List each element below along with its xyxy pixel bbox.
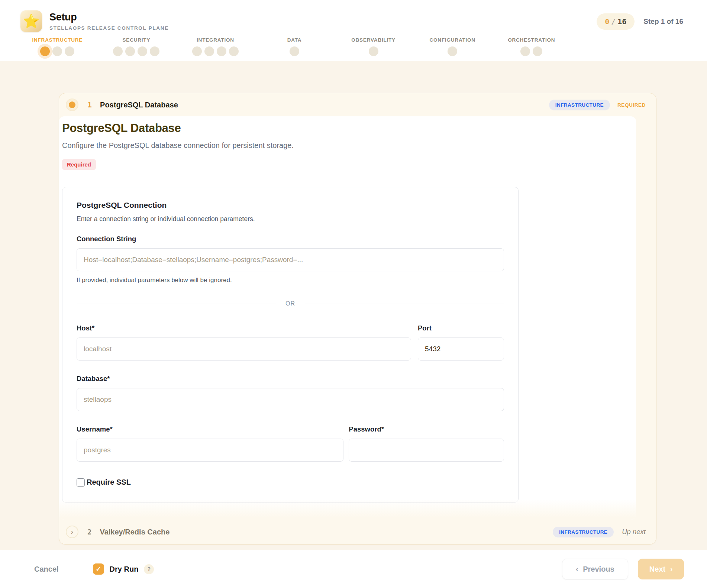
page-title: PostgreSQL Database: [62, 122, 636, 135]
active-step-radio-icon: [66, 98, 78, 111]
username-label: Username*: [77, 425, 343, 433]
brand: ⭐ Setup STELLAOPS RELEASE CONTROL PLANE: [20, 10, 169, 32]
step-dot: [448, 46, 457, 56]
host-input[interactable]: [77, 337, 411, 361]
category-badge: INFRASTRUCTURE: [549, 100, 610, 110]
port-input[interactable]: [418, 337, 504, 361]
step-dot: [290, 46, 299, 56]
connection-string-input[interactable]: [77, 248, 504, 271]
require-ssl-label: Require SSL: [87, 478, 131, 487]
required-badge: REQUIRED: [617, 102, 646, 108]
step-dot: [369, 46, 378, 56]
database-label: Database*: [77, 375, 504, 383]
wizard-footer: Cancel ✓ Dry Run ? ‹ Previous Next ›: [0, 550, 707, 588]
dry-run-checkbox[interactable]: ✓: [93, 563, 104, 575]
progress-badge: 0/16: [597, 13, 635, 30]
category-tab-label: ORCHESTRATION: [508, 37, 555, 43]
category-tab-label: CONFIGURATION: [429, 37, 475, 43]
port-label: Port: [418, 324, 504, 332]
main-area: 1 PostgreSQL Database INFRASTRUCTURE REQ…: [0, 61, 707, 550]
step-dot: [533, 46, 542, 56]
step-dot: [229, 46, 239, 56]
category-tab-label: INTEGRATION: [197, 37, 234, 43]
category-tab-infrastructure[interactable]: INFRASTRUCTURE: [18, 37, 97, 56]
step-dot-active: [40, 46, 50, 56]
category-tab-label: SECURITY: [123, 37, 151, 43]
host-label: Host*: [77, 324, 411, 332]
step-dot: [520, 46, 530, 56]
expand-next-step-chevron-icon[interactable]: ›: [66, 526, 78, 538]
step-dot: [138, 46, 147, 56]
category-tab-label: DATA: [287, 37, 302, 43]
step-indicator: Step 1 of 16: [643, 17, 683, 26]
app-subtitle: STELLAOPS RELEASE CONTROL PLANE: [49, 25, 169, 31]
connection-string-label: Connection String: [77, 235, 504, 243]
step-card: 1 PostgreSQL Database INFRASTRUCTURE REQ…: [59, 93, 656, 545]
category-tab-configuration[interactable]: CONFIGURATION: [413, 37, 492, 56]
connection-string-help: If provided, individual parameters below…: [77, 277, 504, 284]
setup-wizard-page: ⭐ Setup STELLAOPS RELEASE CONTROL PLANE …: [0, 0, 707, 588]
or-divider-label: OR: [285, 300, 295, 307]
form-subtitle: Enter a connection string or individual …: [77, 215, 504, 223]
next-button[interactable]: Next ›: [638, 559, 684, 579]
previous-button[interactable]: ‹ Previous: [562, 559, 628, 579]
check-icon: ✓: [96, 565, 101, 573]
next-step-row[interactable]: › 2 Valkey/Redis Cache INFRASTRUCTURE Up…: [59, 520, 656, 544]
dry-run-label: Dry Run: [110, 565, 139, 574]
form-title: PostgreSQL Connection: [77, 201, 504, 210]
step-dot: [217, 46, 226, 56]
category-tab-label: OBSERVABILITY: [351, 37, 396, 43]
step-card-title: PostgreSQL Database: [100, 101, 178, 109]
step-number: 1: [87, 100, 92, 109]
step-dot: [65, 46, 74, 56]
next-step-number: 2: [87, 528, 91, 536]
step-dot: [150, 46, 159, 56]
next-step-title: Valkey/Redis Cache: [100, 528, 170, 536]
app-title: Setup: [49, 12, 169, 23]
required-pill: Required: [62, 159, 96, 170]
step-body-panel: PostgreSQL Database Configure the Postgr…: [59, 116, 636, 520]
category-tab-integration[interactable]: INTEGRATION: [176, 37, 255, 56]
category-tab-data[interactable]: DATA: [255, 37, 334, 56]
username-input[interactable]: [77, 439, 343, 462]
cancel-button[interactable]: Cancel: [34, 565, 59, 574]
step-dot: [204, 46, 214, 56]
step-dot: [125, 46, 135, 56]
step-dot: [52, 46, 62, 56]
category-tab-observability[interactable]: OBSERVABILITY: [334, 37, 413, 56]
category-tab-orchestration[interactable]: ORCHESTRATION: [492, 37, 571, 56]
category-tab-security[interactable]: SECURITY: [97, 37, 176, 56]
chevron-right-icon: ›: [670, 566, 672, 572]
chevron-left-icon: ‹: [576, 566, 578, 572]
next-step-category-badge: INFRASTRUCTURE: [553, 527, 614, 537]
password-input[interactable]: [349, 439, 504, 462]
progress-separator: /: [611, 17, 616, 26]
step-description: Configure the PostgreSQL database connec…: [62, 141, 636, 150]
progress-total: 16: [617, 17, 626, 26]
app-logo-icon: ⭐: [20, 10, 42, 32]
step-dot: [192, 46, 202, 56]
database-input[interactable]: [77, 388, 504, 411]
category-tab-label: INFRASTRUCTURE: [32, 37, 83, 43]
category-tabs: INFRASTRUCTURESECURITYINTEGRATIONDATAOBS…: [18, 37, 571, 56]
progress-current: 0: [605, 17, 609, 26]
or-divider: OR: [77, 300, 504, 307]
next-step-status: Up next: [622, 528, 646, 536]
connection-form-card: PostgreSQL Connection Enter a connection…: [62, 187, 519, 503]
app-header: ⭐ Setup STELLAOPS RELEASE CONTROL PLANE …: [0, 0, 707, 61]
dry-run-help-icon[interactable]: ?: [144, 564, 154, 574]
step-card-header[interactable]: 1 PostgreSQL Database INFRASTRUCTURE REQ…: [59, 93, 656, 116]
require-ssl-checkbox[interactable]: [77, 478, 85, 487]
password-label: Password*: [349, 425, 504, 433]
step-dot: [113, 46, 123, 56]
